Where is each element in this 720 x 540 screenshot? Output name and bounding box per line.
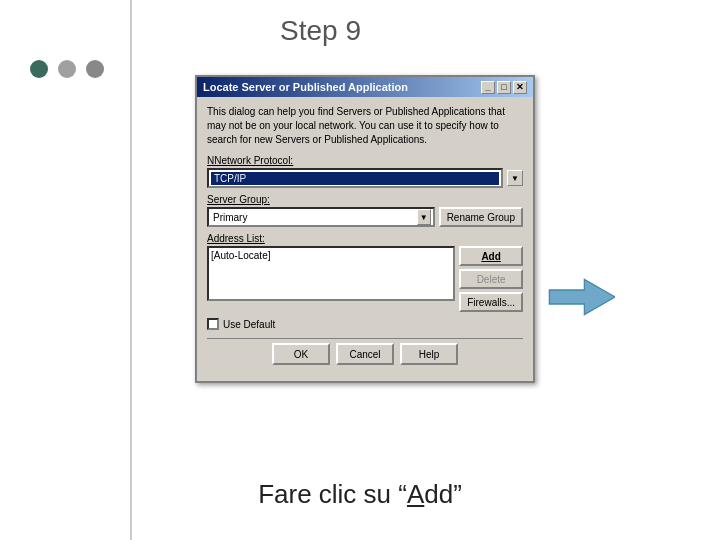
server-group-dropdown[interactable]: Primary ▼	[207, 207, 435, 227]
dialog-title: Locate Server or Published Application	[203, 81, 408, 93]
help-button[interactable]: Help	[400, 343, 458, 365]
network-protocol-label: NNetwork Protocol:	[207, 155, 523, 166]
minimize-button[interactable]: _	[481, 81, 495, 94]
dialog-description: This dialog can help you find Servers or…	[207, 105, 523, 147]
caption-add-rest: dd”	[424, 479, 462, 509]
firewalls-button[interactable]: Firewalls...	[459, 292, 523, 312]
dialog-content: This dialog can help you find Servers or…	[197, 97, 533, 381]
caption-text-prefix: Fare clic su “	[258, 479, 407, 509]
server-group-value: Primary	[211, 212, 417, 223]
network-protocol-dropdown[interactable]: TCP/IP	[207, 168, 503, 188]
arrow-annotation	[545, 278, 615, 320]
address-list-item: [Auto-Locate]	[211, 250, 451, 261]
dialog-window: Locate Server or Published Application _…	[195, 75, 535, 383]
address-section: [Auto-Locate] Add Delete Firewalls...	[207, 246, 523, 312]
close-button[interactable]: ✕	[513, 81, 527, 94]
dot-3	[86, 60, 104, 78]
rename-group-button[interactable]: Rename Group	[439, 207, 523, 227]
dot-1	[30, 60, 48, 78]
add-button[interactable]: Add	[459, 246, 523, 266]
dialog-footer: OK Cancel Help	[207, 338, 523, 373]
address-list-label: Address List:	[207, 233, 523, 244]
cancel-button[interactable]: Cancel	[336, 343, 394, 365]
address-buttons: Add Delete Firewalls...	[459, 246, 523, 312]
address-list[interactable]: [Auto-Locate]	[207, 246, 455, 301]
step-title: Step 9	[280, 15, 361, 47]
dialog-titlebar: Locate Server or Published Application _…	[197, 77, 533, 97]
titlebar-buttons: _ □ ✕	[481, 81, 527, 94]
network-protocol-arrow[interactable]: ▼	[507, 170, 523, 186]
use-default-label: Use Default	[223, 319, 275, 330]
use-default-row: Use Default	[207, 318, 523, 330]
delete-button[interactable]: Delete	[459, 269, 523, 289]
server-group-label: Server Group:	[207, 194, 523, 205]
use-default-checkbox[interactable]	[207, 318, 219, 330]
svg-marker-0	[549, 280, 615, 315]
server-group-arrow[interactable]: ▼	[417, 209, 431, 225]
vertical-divider	[130, 0, 132, 540]
maximize-button[interactable]: □	[497, 81, 511, 94]
dots-container	[30, 60, 104, 78]
dot-2	[58, 60, 76, 78]
server-group-row: Primary ▼ Rename Group	[207, 207, 523, 227]
page-caption: Fare clic su “Add”	[0, 479, 720, 510]
caption-add-text: A	[407, 479, 424, 509]
network-protocol-row: TCP/IP ▼	[207, 168, 523, 188]
network-protocol-value: TCP/IP	[211, 172, 499, 185]
ok-button[interactable]: OK	[272, 343, 330, 365]
